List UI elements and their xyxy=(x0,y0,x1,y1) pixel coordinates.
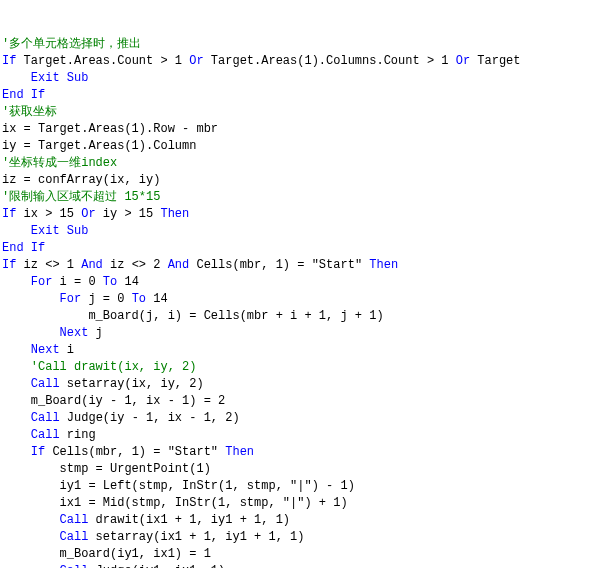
code-token: Call xyxy=(31,411,60,425)
code-token: End If xyxy=(2,241,45,255)
code-token xyxy=(2,428,31,442)
code-token: For xyxy=(60,292,82,306)
code-token: Call xyxy=(60,530,89,544)
code-line: Next i xyxy=(2,342,593,359)
code-token: iy1 = Left(stmp, InStr(1, stmp, "|") - 1… xyxy=(2,479,355,493)
code-token xyxy=(2,224,31,238)
code-token: Call xyxy=(31,377,60,391)
code-token: For xyxy=(31,275,53,289)
code-token xyxy=(2,530,60,544)
code-token: i xyxy=(60,343,74,357)
code-token: Judge(iy1, ix1, 1) xyxy=(88,564,225,568)
code-token xyxy=(2,343,31,357)
code-line: End If xyxy=(2,240,593,257)
code-token: m_Board(j, i) = Cells(mbr + i + 1, j + 1… xyxy=(2,309,384,323)
code-token: If xyxy=(2,258,16,272)
code-token: Call xyxy=(60,564,89,568)
code-token: Target.Areas.Count > 1 xyxy=(16,54,189,68)
code-token: 14 xyxy=(146,292,168,306)
code-token: ix1 = Mid(stmp, InStr(1, stmp, "|") + 1) xyxy=(2,496,348,510)
code-token: Or xyxy=(189,54,203,68)
code-line: '获取坐标 xyxy=(2,104,593,121)
code-token: Or xyxy=(456,54,470,68)
code-line: Call setarray(ix, iy, 2) xyxy=(2,376,593,393)
code-token: '多个单元格选择时，推出 xyxy=(2,37,141,51)
code-line: For j = 0 To 14 xyxy=(2,291,593,308)
code-block: '多个单元格选择时，推出If Target.Areas.Count > 1 Or… xyxy=(2,36,593,568)
code-line: If Cells(mbr, 1) = "Start" Then xyxy=(2,444,593,461)
code-line: iy1 = Left(stmp, InStr(1, stmp, "|") - 1… xyxy=(2,478,593,495)
code-line: ix = Target.Areas(1).Row - mbr xyxy=(2,121,593,138)
code-token: j = 0 xyxy=(81,292,131,306)
code-token: Judge(iy - 1, ix - 1, 2) xyxy=(60,411,240,425)
code-token: '限制输入区域不超过 15*15 xyxy=(2,190,160,204)
code-token: Exit Sub xyxy=(31,224,89,238)
code-token: ring xyxy=(60,428,96,442)
code-token: Then xyxy=(369,258,398,272)
code-token: Or xyxy=(81,207,95,221)
code-line: 'Call drawit(ix, iy, 2) xyxy=(2,359,593,376)
code-line: ix1 = Mid(stmp, InStr(1, stmp, "|") + 1) xyxy=(2,495,593,512)
code-token: iy = Target.Areas(1).Column xyxy=(2,139,196,153)
code-token: Cells(mbr, 1) = "Start" xyxy=(45,445,225,459)
code-token: setarray(ix1 + 1, iy1 + 1, 1) xyxy=(88,530,304,544)
code-token xyxy=(2,513,60,527)
code-token: iz = confArray(ix, iy) xyxy=(2,173,160,187)
code-token: Then xyxy=(225,445,254,459)
code-line: Call Judge(iy - 1, ix - 1, 2) xyxy=(2,410,593,427)
code-line: '限制输入区域不超过 15*15 xyxy=(2,189,593,206)
code-line: stmp = UrgentPoint(1) xyxy=(2,461,593,478)
code-token: Then xyxy=(160,207,189,221)
code-line: iy = Target.Areas(1).Column xyxy=(2,138,593,155)
code-line: Exit Sub xyxy=(2,70,593,87)
code-line: m_Board(iy1, ix1) = 1 xyxy=(2,546,593,563)
code-token: Target xyxy=(470,54,520,68)
code-token xyxy=(2,275,31,289)
code-line: m_Board(j, i) = Cells(mbr + i + 1, j + 1… xyxy=(2,308,593,325)
code-token xyxy=(2,326,60,340)
code-token: Target.Areas(1).Columns.Count > 1 xyxy=(204,54,456,68)
code-token xyxy=(2,360,31,374)
code-token: m_Board(iy - 1, ix - 1) = 2 xyxy=(2,394,225,408)
code-token: '坐标转成一维index xyxy=(2,156,117,170)
code-token: And xyxy=(81,258,103,272)
code-line: Call setarray(ix1 + 1, iy1 + 1, 1) xyxy=(2,529,593,546)
code-line: Call Judge(iy1, ix1, 1) xyxy=(2,563,593,568)
code-token xyxy=(2,564,60,568)
code-token: To xyxy=(103,275,117,289)
code-token: iy > 15 xyxy=(96,207,161,221)
code-token: Next xyxy=(31,343,60,357)
code-token: Call xyxy=(31,428,60,442)
code-token: Call xyxy=(60,513,89,527)
code-token xyxy=(2,377,31,391)
code-token: 'Call drawit(ix, iy, 2) xyxy=(31,360,197,374)
code-token xyxy=(2,445,31,459)
code-token: Exit Sub xyxy=(31,71,89,85)
code-line: Call drawit(ix1 + 1, iy1 + 1, 1) xyxy=(2,512,593,529)
code-line: Next j xyxy=(2,325,593,342)
code-token: If xyxy=(2,207,16,221)
code-token: Next xyxy=(60,326,89,340)
code-token xyxy=(2,71,31,85)
code-token: ix = Target.Areas(1).Row - mbr xyxy=(2,122,218,136)
code-token: And xyxy=(168,258,190,272)
code-line: m_Board(iy - 1, ix - 1) = 2 xyxy=(2,393,593,410)
code-token: To xyxy=(132,292,146,306)
code-line: If iz <> 1 And iz <> 2 And Cells(mbr, 1)… xyxy=(2,257,593,274)
code-token: 14 xyxy=(117,275,139,289)
code-token: Cells(mbr, 1) = "Start" xyxy=(189,258,369,272)
code-line: iz = confArray(ix, iy) xyxy=(2,172,593,189)
code-token: iz <> 1 xyxy=(16,258,81,272)
code-line: End If xyxy=(2,87,593,104)
code-token: '获取坐标 xyxy=(2,105,57,119)
code-token: setarray(ix, iy, 2) xyxy=(60,377,204,391)
code-line: If ix > 15 Or iy > 15 Then xyxy=(2,206,593,223)
code-line: For i = 0 To 14 xyxy=(2,274,593,291)
code-token: m_Board(iy1, ix1) = 1 xyxy=(2,547,211,561)
code-line: Exit Sub xyxy=(2,223,593,240)
code-line: If Target.Areas.Count > 1 Or Target.Area… xyxy=(2,53,593,70)
code-token: j xyxy=(88,326,102,340)
code-token: End If xyxy=(2,88,45,102)
code-line: '多个单元格选择时，推出 xyxy=(2,36,593,53)
code-line: '坐标转成一维index xyxy=(2,155,593,172)
